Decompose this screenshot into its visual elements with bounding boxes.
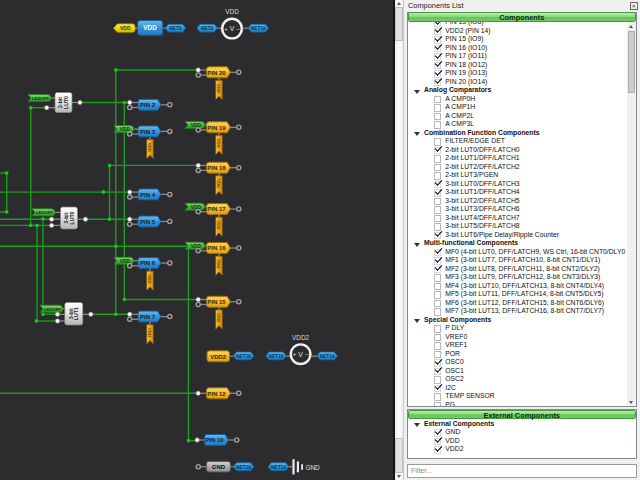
svg-text:LEDOFF: LEDOFF	[32, 96, 50, 101]
svg-text:VDD: VDD	[143, 24, 157, 31]
svg-text:VDD: VDD	[120, 259, 131, 264]
svg-text:VDD: VDD	[216, 259, 221, 268]
svg-text:PIN 15: PIN 15	[207, 299, 226, 305]
svg-text:PIN 17: PIN 17	[207, 206, 226, 212]
svg-text:PIN 5: PIN 5	[140, 219, 156, 225]
svg-text:VDD: VDD	[147, 274, 152, 283]
svg-text:+: +	[293, 351, 297, 357]
svg-text:VDD: VDD	[120, 127, 131, 132]
svg-text:NET19: NET19	[271, 465, 286, 470]
svg-text:NET19: NET19	[236, 465, 251, 470]
svg-text:VDD: VDD	[191, 123, 202, 128]
svg-text:VDD: VDD	[216, 313, 221, 322]
svg-text:V: V	[298, 351, 303, 358]
svg-text:PIN 12: PIN 12	[207, 391, 226, 397]
svg-text:PIN 19: PIN 19	[207, 125, 226, 131]
svg-text:PIN 16: PIN 16	[207, 245, 226, 251]
svg-text:LUT1: LUT1	[73, 307, 79, 320]
svg-text:PIN 18: PIN 18	[207, 165, 226, 171]
svg-text:NET19: NET19	[251, 26, 266, 31]
svg-text:VDD: VDD	[147, 328, 152, 337]
svg-text:GND: GND	[212, 464, 226, 470]
svg-text:VDD: VDD	[191, 205, 202, 210]
svg-text:LEDOFF: LEDOFF	[36, 210, 54, 215]
svg-text:VDD: VDD	[216, 84, 221, 93]
svg-text:LUT0: LUT0	[63, 96, 69, 109]
svg-text:NET3: NET3	[169, 26, 182, 31]
svg-text:NET16: NET16	[236, 354, 251, 359]
svg-text:VDD: VDD	[147, 143, 152, 152]
svg-text:VDD: VDD	[216, 139, 221, 148]
svg-text:GND: GND	[306, 464, 321, 471]
svg-text:NET16: NET16	[269, 354, 284, 359]
svg-text:PIN 2: PIN 2	[140, 102, 156, 108]
svg-text:LEDOFF: LEDOFF	[44, 307, 62, 312]
svg-text:–: –	[237, 26, 241, 32]
svg-text:VDD2: VDD2	[292, 334, 309, 341]
svg-text:VDD: VDD	[225, 8, 239, 15]
svg-text:–: –	[305, 351, 309, 357]
svg-text:PIN 10: PIN 10	[205, 437, 224, 443]
svg-text:PIN 7: PIN 7	[140, 314, 156, 320]
svg-text:VDD2: VDD2	[210, 354, 227, 360]
svg-text:V: V	[230, 25, 235, 32]
svg-text:PIN 4: PIN 4	[140, 192, 156, 198]
svg-text:PIN 3: PIN 3	[140, 129, 156, 135]
svg-text:+: +	[224, 26, 228, 32]
svg-text:PIN 20: PIN 20	[207, 70, 226, 76]
svg-text:NET3: NET3	[201, 26, 214, 31]
svg-text:VDD: VDD	[191, 244, 202, 249]
svg-text:VDD: VDD	[120, 25, 131, 31]
svg-text:PIN 6: PIN 6	[140, 260, 156, 266]
svg-text:LUT0: LUT0	[69, 211, 75, 224]
svg-text:VDD: VDD	[216, 220, 221, 229]
svg-text:VDD: VDD	[216, 179, 221, 188]
svg-text:NET19: NET19	[320, 354, 335, 359]
